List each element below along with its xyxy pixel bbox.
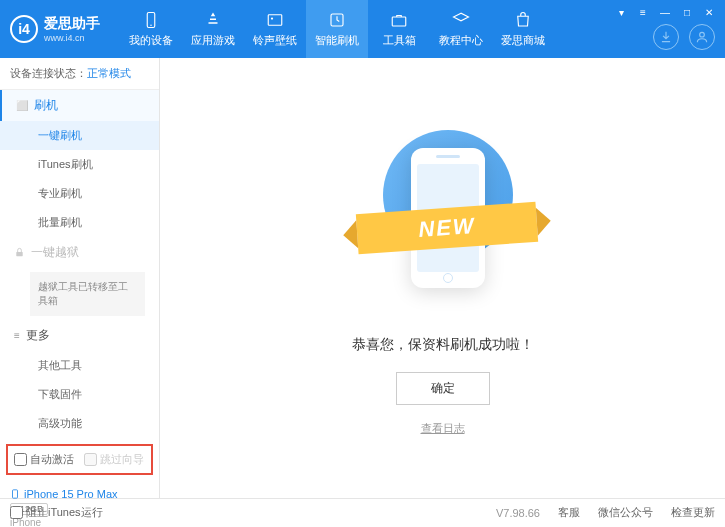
tutorial-icon [451, 10, 471, 30]
nav-ringtones[interactable]: 铃声壁纸 [244, 0, 306, 58]
phone-icon [10, 487, 20, 501]
device-icon [141, 10, 161, 30]
main-content: NEW 恭喜您，保资料刷机成功啦！ 确定 查看日志 [160, 58, 725, 498]
app-title: 爱思助手 [44, 15, 100, 33]
sidebar-item-batch-flash[interactable]: 批量刷机 [0, 208, 159, 237]
maximize-button[interactable]: □ [677, 4, 697, 20]
logo-icon: i4 [10, 15, 38, 43]
header-actions [653, 24, 715, 50]
confirm-button[interactable]: 确定 [396, 372, 490, 405]
svg-point-1 [150, 25, 152, 27]
sidebar: 设备连接状态：正常模式 ⬜刷机 一键刷机 iTunes刷机 专业刷机 批量刷机 … [0, 58, 160, 498]
success-message: 恭喜您，保资料刷机成功啦！ [352, 336, 534, 354]
image-icon [265, 10, 285, 30]
section-flash[interactable]: ⬜刷机 [0, 90, 159, 121]
jailbreak-moved-note[interactable]: 越狱工具已转移至工具箱 [30, 272, 145, 316]
success-illustration: NEW [363, 120, 523, 320]
skip-guide-checkbox[interactable]: 跳过向导 [84, 452, 144, 467]
minimize-button[interactable]: — [655, 4, 675, 20]
footer-update[interactable]: 检查更新 [671, 505, 715, 520]
status-value: 正常模式 [87, 67, 131, 79]
svg-point-3 [271, 17, 273, 19]
footer-support[interactable]: 客服 [558, 505, 580, 520]
store-icon [513, 10, 533, 30]
options-box: 自动激活 跳过向导 [6, 444, 153, 475]
block-itunes-checkbox[interactable]: 阻止iTunes运行 [10, 505, 103, 520]
toolbox-icon [389, 10, 409, 30]
version-label: V7.98.66 [496, 507, 540, 519]
menu2-icon[interactable]: ≡ [633, 4, 653, 20]
menu-icon[interactable]: ▾ [611, 4, 631, 20]
nav-smart-flash[interactable]: 智能刷机 [306, 0, 368, 58]
top-nav: 我的设备 应用游戏 铃声壁纸 智能刷机 工具箱 教程中心 爱思商城 [120, 0, 554, 58]
close-button[interactable]: ✕ [699, 4, 719, 20]
chevron-down-icon: ⬜ [16, 100, 28, 111]
section-jailbreak: 一键越狱 [0, 237, 159, 268]
device-status: 设备连接状态：正常模式 [0, 58, 159, 90]
download-button[interactable] [653, 24, 679, 50]
svg-point-6 [700, 32, 705, 37]
user-button[interactable] [689, 24, 715, 50]
sidebar-item-itunes-flash[interactable]: iTunes刷机 [0, 150, 159, 179]
view-log-link[interactable]: 查看日志 [421, 421, 465, 436]
svg-rect-2 [268, 15, 282, 26]
footer-wechat[interactable]: 微信公众号 [598, 505, 653, 520]
new-banner: NEW [355, 202, 537, 254]
device-name[interactable]: iPhone 15 Pro Max [10, 487, 149, 501]
sidebar-item-download-firmware[interactable]: 下载固件 [0, 380, 159, 409]
svg-rect-5 [392, 17, 406, 26]
section-more[interactable]: ≡更多 [0, 320, 159, 351]
svg-rect-7 [16, 252, 22, 256]
svg-rect-8 [13, 490, 18, 498]
nav-store[interactable]: 爱思商城 [492, 0, 554, 58]
nav-tutorials[interactable]: 教程中心 [430, 0, 492, 58]
auto-activate-checkbox[interactable]: 自动激活 [14, 452, 74, 467]
flash-icon [327, 10, 347, 30]
sidebar-item-pro-flash[interactable]: 专业刷机 [0, 179, 159, 208]
apps-icon [203, 10, 223, 30]
sidebar-item-oneclick-flash[interactable]: 一键刷机 [0, 121, 159, 150]
app-header: i4 爱思助手 www.i4.cn 我的设备 应用游戏 铃声壁纸 智能刷机 工具… [0, 0, 725, 58]
nav-toolbox[interactable]: 工具箱 [368, 0, 430, 58]
sidebar-item-other-tools[interactable]: 其他工具 [0, 351, 159, 380]
window-controls: ▾ ≡ — □ ✕ [611, 4, 719, 20]
logo: i4 爱思助手 www.i4.cn [10, 15, 100, 43]
app-subtitle: www.i4.cn [44, 33, 100, 43]
list-icon: ≡ [14, 330, 20, 341]
nav-apps[interactable]: 应用游戏 [182, 0, 244, 58]
lock-icon [14, 247, 25, 258]
nav-my-device[interactable]: 我的设备 [120, 0, 182, 58]
device-info: iPhone 15 Pro Max 512GB iPhone [0, 481, 159, 527]
sidebar-item-advanced[interactable]: 高级功能 [0, 409, 159, 438]
